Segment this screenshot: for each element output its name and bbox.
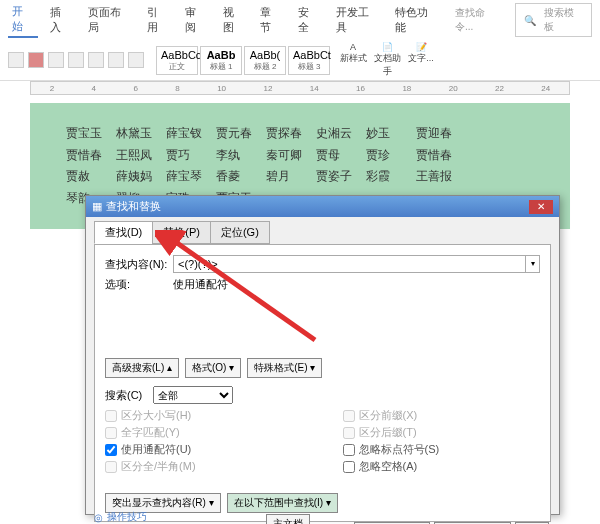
tab-review[interactable]: 审阅 (181, 3, 211, 37)
tab-dev[interactable]: 开发工具 (332, 3, 384, 37)
dialog-icon: ▦ (92, 200, 102, 213)
find-input[interactable] (173, 255, 526, 273)
ruler: 24681012141618202224 (30, 81, 570, 95)
dialog-body: 查找内容(N): ▾ 选项: 使用通配符 高级搜索(L) ▴ 格式(O) ▾ 特… (94, 244, 551, 522)
tab-section[interactable]: 章节 (256, 3, 286, 37)
find-label: 查找内容(N): (105, 257, 173, 272)
new-style-button[interactable]: A新样式 (338, 42, 368, 78)
options-grid: 区分大小写(H) 区分前缀(X) 全字匹配(Y) 区分后缀(T) 使用通配符(U… (105, 408, 540, 474)
options-label: 选项: (105, 277, 173, 292)
chk-punct[interactable]: 忽略标点符号(S) (343, 442, 541, 457)
adv-search-button[interactable]: 高级搜索(L) ▴ (105, 358, 179, 378)
chk-prefix: 区分前缀(X) (343, 408, 541, 423)
search-placeholder: 搜索模板 (540, 4, 587, 36)
tab-start[interactable]: 开始 (8, 2, 38, 38)
dialog-titlebar[interactable]: ▦ 查找和替换 ✕ (86, 196, 559, 217)
new-style-icon: A (338, 42, 368, 52)
tool-border-icon[interactable] (128, 52, 144, 68)
list-row: 贾惜春王熙凤贾巧李纨秦可卿贾母贾珍贾惜春 (66, 145, 534, 167)
format-button[interactable]: 格式(O) ▾ (185, 358, 241, 378)
style-normal[interactable]: AaBbCc正文 (156, 46, 198, 75)
doc-icon: 📝 (406, 42, 436, 52)
find-in-button[interactable]: 在以下范围中查找(I) ▾ (227, 493, 338, 513)
doc-helper-button[interactable]: 📄文档助手 (372, 42, 402, 78)
search-scope-select[interactable]: 全部 (153, 386, 233, 404)
style-h3[interactable]: AaBbCt标题 3 (288, 46, 330, 75)
tool-align-icon[interactable] (88, 52, 104, 68)
tab-goto[interactable]: 定位(G) (210, 221, 270, 244)
dialog-tabs: 查找(D) 替换(P) 定位(G) (86, 217, 559, 244)
tool-color-icon[interactable] (28, 52, 44, 68)
tab-find[interactable]: 查找(D) (94, 221, 153, 244)
chk-wildcard[interactable]: 使用通配符(U) (105, 442, 303, 457)
list-row: 贾赦薛姨妈薛宝琴香菱碧月贾姿子彩霞王善报 (66, 166, 534, 188)
chevron-down-icon[interactable]: ▾ (526, 255, 540, 273)
tab-ref[interactable]: 引用 (143, 3, 173, 37)
special-format-button[interactable]: 特殊格式(E) ▾ (247, 358, 322, 378)
tab-insert[interactable]: 插入 (46, 3, 76, 37)
tool-indent-icon[interactable] (108, 52, 124, 68)
tab-replace[interactable]: 替换(P) (152, 221, 211, 244)
close-icon[interactable]: ✕ (529, 200, 553, 214)
toolbar-right: A新样式 📄文档助手 📝文字... (338, 42, 436, 78)
helper-icon: 📄 (372, 42, 402, 52)
tab-special[interactable]: 特色功能 (391, 3, 443, 37)
tab-security[interactable]: 安全 (294, 3, 324, 37)
chk-width: 区分全/半角(M) (105, 459, 303, 474)
lightbulb-icon: ◎ (94, 512, 103, 523)
ribbon-tabs: 开始 插入 页面布局 引用 审阅 视图 章节 安全 开发工具 特色功能 查找命令… (0, 0, 600, 40)
search-scope-label: 搜索(C) (105, 388, 153, 403)
tab-layout[interactable]: 页面布局 (84, 3, 136, 37)
tool-checkbox-icon[interactable] (8, 52, 24, 68)
style-h1[interactable]: AaBb标题 1 (200, 46, 242, 75)
options-value: 使用通配符 (173, 277, 228, 292)
main-doc-button[interactable]: 主文档 (266, 514, 310, 524)
find-replace-dialog: ▦ 查找和替换 ✕ 查找(D) 替换(P) 定位(G) 查找内容(N): ▾ 选… (85, 195, 560, 515)
chk-case: 区分大小写(H) (105, 408, 303, 423)
tool-image-icon[interactable] (48, 52, 64, 68)
tab-view[interactable]: 视图 (219, 3, 249, 37)
list-row: 贾宝玉林黛玉薛宝钗贾元春贾探春史湘云妙玉贾迎春 (66, 123, 534, 145)
style-gallery: AaBbCc正文 AaBb标题 1 AaBb(标题 2 AaBbCt标题 3 (156, 46, 330, 75)
chk-space[interactable]: 忽略空格(A) (343, 459, 541, 474)
tool-list-icon[interactable] (68, 52, 84, 68)
search-icon: 🔍 (520, 13, 540, 28)
search-input[interactable]: 🔍 搜索模板 (515, 3, 592, 37)
find-command[interactable]: 查找命令... (451, 4, 507, 36)
dialog-title: 查找和替换 (106, 199, 161, 214)
chk-suffix: 区分后缀(T) (343, 425, 541, 440)
tips-link[interactable]: ◎ 操作技巧 (94, 510, 147, 524)
toolbar: AaBbCc正文 AaBb标题 1 AaBb(标题 2 AaBbCt标题 3 A… (0, 40, 600, 81)
doc-button[interactable]: 📝文字... (406, 42, 436, 78)
style-h2[interactable]: AaBb(标题 2 (244, 46, 286, 75)
chk-whole: 全字匹配(Y) (105, 425, 303, 440)
